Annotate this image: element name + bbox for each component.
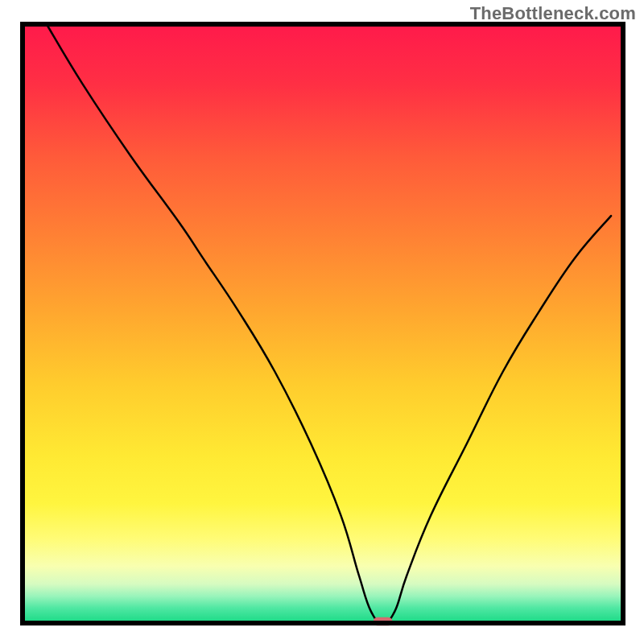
watermark-text: TheBottleneck.com: [470, 3, 636, 24]
bottleneck-chart: [0, 0, 644, 644]
chart-container: TheBottleneck.com: [0, 0, 644, 644]
chart-background: [23, 24, 623, 623]
